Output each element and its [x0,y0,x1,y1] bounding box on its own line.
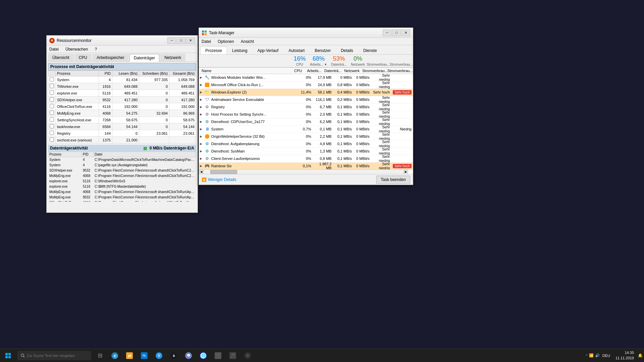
resmon-process-row[interactable]: taskhostw.exe 6584 54.144 0 54.144 [48,123,196,130]
resmon-process-row[interactable]: MsMpEng.exe 4068 54.275 32.694 86.969 [48,110,196,117]
taskbar-app-discord[interactable]: 💬 [181,349,196,362]
taskbar-app-misc2[interactable]: 🎵 [225,349,240,362]
resmon-process-row[interactable]: svchost.exe (various) 1375 21.000 [48,137,196,143]
process-row[interactable]: ▶ 📁 Windows-Explorer (2) 11,4% 58,1 MB 0… [199,89,413,96]
resmon-process-row[interactable]: Registry 144 0 23.061 23.061 [48,130,196,137]
process-row[interactable]: ▶ ⚙ Registry 0% 6,7 MB 0,1 MB/s 0 MBit/s… [199,104,413,111]
taskmgr-maximize[interactable]: □ [392,29,401,36]
taskbar-app-misc3[interactable]: ⚙ [240,349,255,362]
header-cpu[interactable]: CPU [286,68,303,73]
proc-checkbox[interactable] [48,130,56,137]
proc-expand-btn[interactable]: ▶ [199,81,203,88]
process-row[interactable]: ▶ 🛡 Antimalware Service Executable 0% 11… [199,96,413,104]
horiz-scroll-right[interactable]: ▶ [404,170,408,174]
notifications-icon[interactable]: 🔔 [638,353,643,358]
process-row[interactable]: ▶ ⚙ Diensthost: SysMain 0% 1,3 MB 0,1 MB… [199,148,413,155]
resmon-menu-help[interactable]: ? [93,46,98,52]
process-row[interactable]: ▶ ⚙ Diensthost: Aufgabenplanung 0% 4,8 M… [199,140,413,148]
tab-app-verlauf[interactable]: App-Verlauf [252,47,283,54]
taskbar-app-explorer[interactable]: 📁 [122,349,137,362]
header-mem[interactable]: Arbeits... [303,68,323,73]
proc-expand-btn[interactable]: ▶ [199,88,203,96]
proc-expand-btn[interactable]: ▶ [199,133,203,140]
resmon-process-row[interactable]: SettingSyncHost.exe 7268 58.675 0 58.675 [48,117,196,123]
proc-expand-btn[interactable]: ▶ [199,74,203,81]
horiz-scrollbar[interactable]: ◀ ▶ [199,169,408,174]
proc-checkbox[interactable] [48,110,56,117]
resmon-process-row[interactable]: System 4 81.434 977.335 1.058.769 [48,76,196,83]
proc-expand-btn[interactable]: ▶ [199,96,203,103]
resmon-menu-datei[interactable]: Datei [48,46,60,52]
process-row[interactable]: ▶ ⚙ Client-Server-Laufzeitprozess 0% 0,8… [199,155,413,163]
taskbar-task-view[interactable]: ⊟ [93,349,107,362]
proc-checkbox[interactable] [48,117,56,123]
start-button[interactable] [0,349,16,362]
tab-dienste[interactable]: Dienste [358,47,382,54]
proc-checkbox[interactable] [48,137,56,143]
process-row[interactable]: ▶ 🖥 System 0,7% 0,1 MB 0,1 MB/s 0 MBit/s… [199,126,413,133]
task-beenden-button[interactable]: Task beenden [376,176,410,184]
header-pwr1[interactable]: Stromverbrau... [361,68,386,73]
process-row[interactable]: ▶ 🟠 OriginWebHelperService (32 Bit) 0% 2… [199,133,413,140]
resmon-menu-uberwachen[interactable]: Überwachen [64,46,89,52]
tab-details[interactable]: Details [336,47,358,54]
tab-prozesse[interactable]: Prozesse [200,47,227,54]
process-row[interactable]: ▶ 🎮 Rainbow Six 0,1% 1.987,2 MB 0,1 MB/s… [199,163,413,170]
tab-leistung[interactable]: Leistung [227,47,252,54]
proc-expand-btn[interactable]: ▶ [199,111,203,118]
resmon-tab-netzwerk[interactable]: Netzwerk [160,54,185,61]
taskbar-app-misc1[interactable] [211,349,225,362]
proc-expand-btn[interactable]: ▶ [199,155,203,162]
proc-checkbox[interactable] [48,123,56,130]
process-row[interactable]: ▶ 🔧 Windows Modules Installer Wor... 0% … [199,74,413,81]
taskbar-app-chrome[interactable]: 🌐 [196,349,211,362]
taskmgr-menu-ansicht[interactable]: Ansicht [239,39,255,45]
resmon-process-row[interactable]: OfficeClickToRun.exe 4116 192.000 0 192.… [48,103,196,110]
proc-expand-btn[interactable]: ▶ [199,103,203,111]
taskbar-app-edge[interactable]: e [107,349,122,362]
proc-expand-btn[interactable]: ▶ [199,118,203,125]
proc-checkbox[interactable] [48,90,56,97]
resmon-minimize[interactable]: ─ [167,37,176,44]
proc-checkbox[interactable] [48,83,56,90]
taskbar-app-store[interactable]: 🛍 [137,349,152,362]
header-net[interactable]: Netzwerk [343,68,361,73]
tab-autostart[interactable]: Autostart [283,47,310,54]
volume-icon[interactable]: 🔊 [595,353,600,358]
taskmgr-minimize[interactable]: ─ [383,29,391,36]
resmon-process-row[interactable]: explorer.exe 5116 489.451 0 489.451 [48,90,196,97]
proc-checkbox[interactable] [48,76,56,83]
resmon-tab-cpu[interactable]: CPU [74,54,92,61]
header-name[interactable]: Name [199,68,286,73]
search-input[interactable] [27,354,80,358]
weniger-details-btn[interactable]: 🔼 Weniger Details [202,177,236,182]
tray-expand[interactable]: ^ [586,354,588,358]
header-disk[interactable]: Datenträ... [323,68,343,73]
process-row[interactable]: ▶ ⚙ Host Process for Setting Synchr... 0… [199,111,413,118]
resmon-process-row[interactable]: SDXHelper.exe 9532 417.280 0 417.280 [48,97,196,103]
resmon-maximize[interactable]: □ [177,37,185,44]
resmon-process-row[interactable]: TiWorker.exe 1916 649.088 0 649.088 [48,83,196,90]
taskbar-app-uplay[interactable]: U [152,349,166,362]
process-row[interactable]: ▶ 🟧 Microsoft Office Click-to-Run (... 0… [199,81,413,89]
proc-expand-btn[interactable]: ▶ [199,125,203,133]
horiz-scroll-left[interactable]: ◀ [199,170,204,174]
resmon-tab-ubersicht[interactable]: Übersicht [48,54,74,61]
resmon-tab-datentr[interactable]: Datenträger [129,54,159,62]
taskmgr-close[interactable]: ✕ [401,29,410,36]
taskmgr-menu-optionen[interactable]: Optionen [216,39,235,45]
proc-expand-btn[interactable]: ▶ [199,147,203,155]
resmon-tab-arbeit[interactable]: Arbeitsspeicher [92,54,129,61]
proc-expand-btn[interactable]: ▶ [199,162,203,170]
tab-benutzer[interactable]: Benutzer [310,47,336,54]
taskbar-app-steam[interactable]: ♟ [166,349,181,362]
header-pwr2[interactable]: Stromverbrau... [386,68,413,73]
taskmgr-menu-datei[interactable]: Datei [200,39,212,45]
taskbar-search[interactable] [17,351,91,360]
proc-checkbox[interactable] [48,103,56,110]
resmon-close[interactable]: ✕ [186,37,195,44]
process-row[interactable]: ▶ ⚙ Diensthost: CDPUserSvc_2a177 0% 6,2 … [199,118,413,126]
horiz-scroll-thumb[interactable] [210,170,237,174]
proc-expand-btn[interactable]: ▶ [199,140,203,147]
proc-checkbox[interactable] [48,97,56,103]
